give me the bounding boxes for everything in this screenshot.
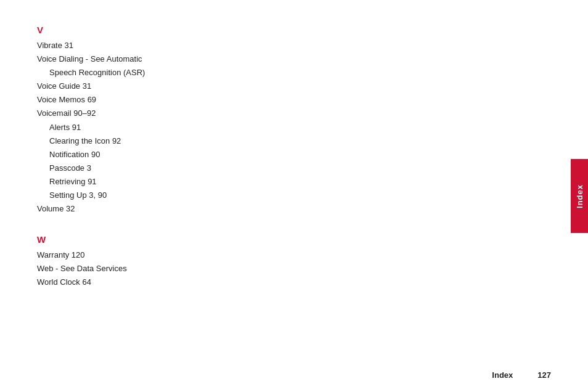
entry-voicemail: Voicemail 90–92 — [37, 107, 505, 120]
entry-clearing-icon: Clearing the Icon 92 — [37, 134, 505, 148]
entry-vibrate: Vibrate 31 — [37, 39, 505, 52]
entry-alerts: Alerts 91 — [37, 121, 505, 134]
sidebar-tab: Index — [571, 159, 588, 233]
entry-speech-recognition: Speech Recognition (ASR) — [37, 66, 505, 80]
entry-retrieving: Retrieving 91 — [37, 175, 505, 189]
page-content: V Vibrate 31 Voice Dialing - See Automat… — [0, 0, 542, 327]
entry-voice-memos: Voice Memos 69 — [37, 93, 505, 107]
entry-world-clock: World Clock 64 — [37, 276, 505, 289]
footer: Index 127 — [0, 370, 588, 380]
entry-warranty: Warranty 120 — [37, 248, 505, 262]
entry-volume: Volume 32 — [37, 202, 505, 216]
footer-label: Index — [492, 370, 513, 380]
section-w: W Warranty 120 Web - See Data Services W… — [37, 234, 505, 289]
footer-page: 127 — [537, 370, 551, 380]
entry-passcode: Passcode 3 — [37, 161, 505, 175]
entry-notification: Notification 90 — [37, 148, 505, 161]
sidebar-tab-label: Index — [575, 184, 584, 208]
section-letter-v: V — [37, 25, 505, 35]
entry-setting-up: Setting Up 3, 90 — [37, 189, 505, 202]
entry-voice-dialing: Voice Dialing - See Automatic — [37, 52, 505, 66]
entry-web: Web - See Data Services — [37, 262, 505, 276]
section-v: V Vibrate 31 Voice Dialing - See Automat… — [37, 25, 505, 216]
section-letter-w: W — [37, 234, 505, 245]
entry-voice-guide: Voice Guide 31 — [37, 80, 505, 93]
